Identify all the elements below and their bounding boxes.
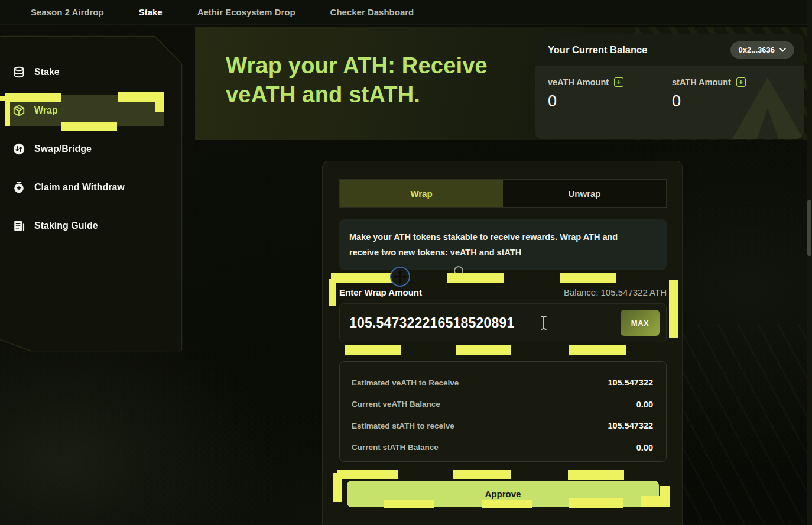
highlight-mark xyxy=(568,470,624,480)
highlight-mark xyxy=(384,500,434,508)
sidebar-item-stake[interactable]: Stake xyxy=(12,60,60,84)
page-background: Season 2 Airdrop Stake Aethir Ecosystem … xyxy=(0,0,812,525)
wallet-address: 0x2...3636 xyxy=(739,46,775,54)
estimate-label: Estimated stATH to receive xyxy=(352,422,454,430)
top-nav: Season 2 Airdrop Stake Aethir Ecosystem … xyxy=(0,0,812,25)
scrollbar-track xyxy=(807,0,812,525)
sidebar-item-claim-withdraw[interactable]: Claim and Withdraw xyxy=(12,176,125,199)
sidebar-item-label: Claim and Withdraw xyxy=(34,182,125,193)
guide-doc-icon xyxy=(12,219,25,233)
sidebar-item-staking-guide[interactable]: Staking Guide xyxy=(12,214,98,238)
estimate-row: Current veATH Balance 0.00 xyxy=(352,394,653,416)
estimate-value: 0.00 xyxy=(636,443,653,452)
sidebar-item-swap-bridge[interactable]: Swap/Bridge xyxy=(12,137,92,161)
sidebar-item-label: Staking Guide xyxy=(34,221,98,231)
highlight-mark xyxy=(118,92,164,102)
coins-stack-icon xyxy=(12,66,25,79)
highlight-mark xyxy=(641,496,670,507)
highlight-mark xyxy=(5,93,10,126)
nav-item-season2-airdrop[interactable]: Season 2 Airdrop xyxy=(31,7,104,17)
claim-coin-icon xyxy=(12,181,25,195)
highlight-mark xyxy=(333,473,342,502)
veath-amount-value: 0 xyxy=(548,92,672,111)
wrap-info-text: Make your ATH tokens stakable to receive… xyxy=(339,219,667,270)
nav-item-checker-dashboard[interactable]: Checker Dashboard xyxy=(330,7,414,17)
estimate-value: 105.547322 xyxy=(608,378,653,387)
estimate-row: Current stATH Balance 0.00 xyxy=(352,437,653,459)
estimate-row: Estimated veATH to Receive 105.547322 xyxy=(352,372,653,394)
sidebar-item-label: Wrap xyxy=(34,105,58,116)
highlight-mark xyxy=(329,279,336,306)
tab-wrap[interactable]: Wrap xyxy=(340,180,503,207)
sidebar-item-wrap[interactable]: Wrap xyxy=(12,99,58,122)
highlight-mark xyxy=(337,470,398,479)
highlight-mark xyxy=(447,273,504,283)
highlight-mark xyxy=(669,280,678,338)
highlight-mark xyxy=(456,345,511,355)
sidebar: Stake Wrap xyxy=(0,37,181,351)
balance-card-title: Your Current Balance xyxy=(548,44,647,56)
stath-amount-label: stATH Amount xyxy=(672,77,731,87)
page-title: Wrap your ATH: Receive veATH and stATH. xyxy=(226,51,557,109)
balance-card: Your Current Balance 0x2...3636 veATH Am… xyxy=(535,34,804,139)
wrap-unwrap-tabbar: Wrap Unwrap xyxy=(339,179,667,208)
wrap-amount-input[interactable] xyxy=(349,315,538,331)
estimate-label: Estimated veATH to Receive xyxy=(352,378,459,387)
nav-item-aethir-ecosystem-drop[interactable]: Aethir Ecosystem Drop xyxy=(197,7,295,17)
tab-unwrap[interactable]: Unwrap xyxy=(503,180,666,207)
ath-balance-text: Balance: 105.547322 ATH xyxy=(564,287,667,297)
highlight-mark xyxy=(0,96,5,101)
swap-circle-icon xyxy=(12,142,25,156)
highlight-mark xyxy=(345,345,401,355)
stath-amount-value: 0 xyxy=(672,92,796,111)
highlight-mark xyxy=(155,101,164,112)
highlight-mark xyxy=(660,486,670,497)
sidebar-item-label: Swap/Bridge xyxy=(34,144,92,154)
chevron-down-icon xyxy=(779,48,786,52)
add-stath-token-button plus-square-icon[interactable]: + xyxy=(736,77,746,87)
estimate-value: 0.00 xyxy=(636,400,653,409)
add-veath-token-button plus-square-icon[interactable]: + xyxy=(614,77,623,87)
estimate-label: Current stATH Balance xyxy=(352,443,439,452)
highlight-mark xyxy=(482,500,532,508)
sidebar-item-label: Stake xyxy=(34,67,60,77)
highlight-mark xyxy=(61,122,117,131)
highlight-mark xyxy=(5,93,61,102)
estimates-panel: Estimated veATH to Receive 105.547322 Cu… xyxy=(339,361,667,462)
move-cursor-icon xyxy=(390,267,410,287)
enter-wrap-amount-label: Enter Wrap Amount xyxy=(339,287,422,297)
veath-amount-label: veATH Amount xyxy=(548,77,609,87)
max-button[interactable]: MAX xyxy=(621,310,660,336)
highlight-mark xyxy=(453,470,511,479)
nav-item-stake[interactable]: Stake xyxy=(139,7,163,17)
estimate-value: 105.547322 xyxy=(608,421,653,430)
text-cursor-icon xyxy=(540,315,548,330)
wallet-address-dropdown[interactable]: 0x2...3636 xyxy=(730,41,794,59)
estimate-label: Current veATH Balance xyxy=(352,400,440,409)
scrollbar-thumb[interactable] xyxy=(807,200,811,256)
highlight-mark xyxy=(569,345,626,355)
package-icon xyxy=(12,104,25,118)
wrap-amount-field: MAX xyxy=(339,303,667,342)
estimate-row: Estimated stATH to receive 105.547322 xyxy=(352,415,653,437)
highlight-mark xyxy=(560,273,616,283)
highlight-mark xyxy=(569,498,623,508)
